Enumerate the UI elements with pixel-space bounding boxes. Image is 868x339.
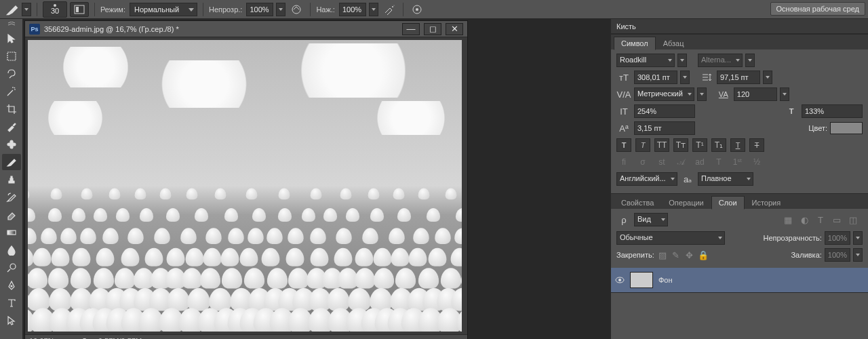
lock-pixels-icon[interactable]: ✎ — [671, 250, 682, 260]
language-select[interactable]: Английский... — [616, 172, 677, 186]
antialias-select[interactable]: Плавное — [698, 172, 753, 186]
filter-type-icon[interactable]: T — [815, 214, 826, 225]
actions-tab[interactable]: Операции — [661, 196, 711, 209]
kerning-dropdown[interactable] — [697, 87, 707, 101]
tracking-input[interactable] — [734, 87, 777, 101]
move-tool[interactable] — [2, 31, 21, 47]
close-button[interactable]: ✕ — [446, 23, 463, 35]
font-style-select[interactable]: Alterna... — [698, 54, 743, 67]
filter-shape-icon[interactable]: ▭ — [831, 214, 842, 225]
eraser-tool[interactable] — [2, 207, 21, 223]
lasso-tool[interactable] — [2, 66, 21, 82]
pressure-opacity-toggle[interactable] — [288, 2, 304, 17]
svg-rect-10 — [7, 231, 16, 235]
layer-fill-input[interactable]: 100% — [825, 248, 850, 262]
lock-all-icon[interactable]: 🔒 — [698, 250, 709, 260]
character-tab[interactable]: Символ — [614, 37, 656, 50]
brush-preset-picker[interactable]: 30 — [43, 1, 67, 18]
layer-fill-dropdown[interactable] — [853, 248, 863, 262]
kerning-select[interactable]: Метрический — [634, 87, 694, 101]
marquee-tool[interactable] — [2, 48, 21, 64]
flow-dropdown[interactable] — [369, 3, 378, 16]
fractions-button[interactable]: ½ — [749, 155, 764, 169]
font-style-dropdown[interactable] — [745, 54, 755, 67]
discretionary-button[interactable]: st — [654, 155, 669, 169]
workspace-switcher[interactable]: Основная рабочая сред — [770, 2, 865, 16]
healing-brush-tool[interactable] — [2, 136, 21, 153]
opacity-dropdown[interactable] — [276, 3, 285, 16]
flow-input[interactable]: 100% — [339, 3, 366, 16]
minimize-button[interactable]: — — [402, 23, 420, 35]
maximize-button[interactable]: ◻ — [424, 23, 441, 35]
tracking-dropdown[interactable] — [780, 87, 789, 101]
layer-thumbnail[interactable] — [630, 272, 653, 288]
text-color-swatch[interactable] — [830, 122, 863, 134]
clone-stamp-tool[interactable] — [2, 172, 21, 188]
pen-tool[interactable] — [2, 277, 21, 294]
font-family-dropdown[interactable] — [677, 54, 687, 67]
tool-preset-dropdown[interactable] — [22, 3, 31, 16]
paragraph-tab[interactable]: Абзац — [656, 37, 692, 49]
ligatures-button[interactable]: fi — [616, 155, 631, 169]
layer-name[interactable]: Фон — [658, 276, 673, 284]
filter-kind-select[interactable]: Вид — [634, 213, 668, 226]
italic-button[interactable]: T — [635, 138, 650, 152]
history-brush-tool[interactable] — [2, 189, 21, 205]
vscale-input[interactable] — [634, 104, 695, 118]
filter-adjustment-icon[interactable]: ◐ — [799, 214, 810, 225]
strikethrough-button[interactable]: T — [749, 138, 764, 152]
dodge-tool[interactable] — [2, 260, 21, 276]
lock-transparency-icon[interactable]: ▨ — [657, 250, 668, 260]
subscript-button[interactable]: T₁ — [711, 138, 726, 152]
blend-mode-dropdown[interactable]: Нормальный — [130, 3, 197, 16]
layer-blendmode-select[interactable]: Обычные — [616, 231, 725, 245]
font-size-input[interactable] — [634, 71, 677, 84]
toolbox-grip-icon[interactable] — [2, 22, 21, 27]
hscale-input[interactable] — [802, 104, 863, 118]
bold-button[interactable]: T — [616, 138, 631, 152]
path-selection-tool[interactable] — [2, 313, 21, 329]
brush-panel-tab[interactable]: Кисть — [611, 19, 868, 34]
titling-button[interactable]: T — [711, 155, 726, 169]
pressure-size-toggle[interactable] — [409, 2, 425, 17]
filter-pixel-icon[interactable]: ▦ — [783, 214, 793, 225]
font-family-select[interactable]: Roadkill — [616, 54, 675, 67]
svg-point-6 — [416, 8, 418, 11]
opacity-input[interactable]: 100% — [246, 3, 273, 16]
superscript-button[interactable]: T¹ — [692, 138, 707, 152]
layer-row-background[interactable]: Фон — [611, 268, 868, 292]
type-tool[interactable] — [2, 295, 21, 311]
history-tab[interactable]: История — [745, 196, 789, 209]
underline-button[interactable]: T — [730, 138, 745, 152]
smallcaps-button[interactable]: Tᴛ — [673, 138, 688, 152]
document-canvas[interactable] — [28, 40, 462, 332]
layers-tab[interactable]: Слои — [711, 196, 745, 210]
crop-tool[interactable] — [2, 101, 21, 117]
eyedropper-tool[interactable] — [2, 119, 21, 135]
layer-visibility-toggle[interactable] — [615, 275, 625, 285]
blur-tool[interactable] — [2, 242, 21, 258]
lock-position-icon[interactable]: ✥ — [684, 250, 695, 260]
properties-tab[interactable]: Свойства — [614, 196, 661, 209]
zoom-level[interactable]: 16.67% — [29, 337, 54, 340]
contextual-button[interactable]: σ — [635, 155, 650, 169]
brush-tool[interactable] — [2, 154, 21, 170]
document-titlebar[interactable]: Ps 356629-admin.jpg @ 16,7% (Гр.сер./8) … — [25, 21, 467, 37]
leading-dropdown[interactable] — [763, 71, 772, 84]
swash-button[interactable]: 𝒜 — [673, 155, 688, 169]
layer-opacity-input[interactable]: 100% — [825, 231, 850, 245]
stylistic-button[interactable]: ad — [692, 155, 707, 169]
leading-input[interactable] — [717, 71, 760, 84]
magic-wand-tool[interactable] — [2, 83, 21, 100]
toolbox — [0, 19, 23, 339]
filter-smart-icon[interactable]: ◫ — [848, 214, 859, 225]
baseline-shift-input[interactable] — [634, 121, 695, 135]
airbrush-toggle[interactable] — [381, 2, 397, 17]
layer-opacity-dropdown[interactable] — [853, 231, 863, 245]
brush-panel-toggle[interactable] — [70, 2, 89, 17]
gradient-tool[interactable] — [2, 224, 21, 241]
font-size-dropdown[interactable] — [680, 71, 690, 84]
fill-label: Заливка: — [791, 251, 821, 259]
allcaps-button[interactable]: TT — [654, 138, 669, 152]
ordinals-button[interactable]: 1ˢᵗ — [730, 155, 745, 169]
